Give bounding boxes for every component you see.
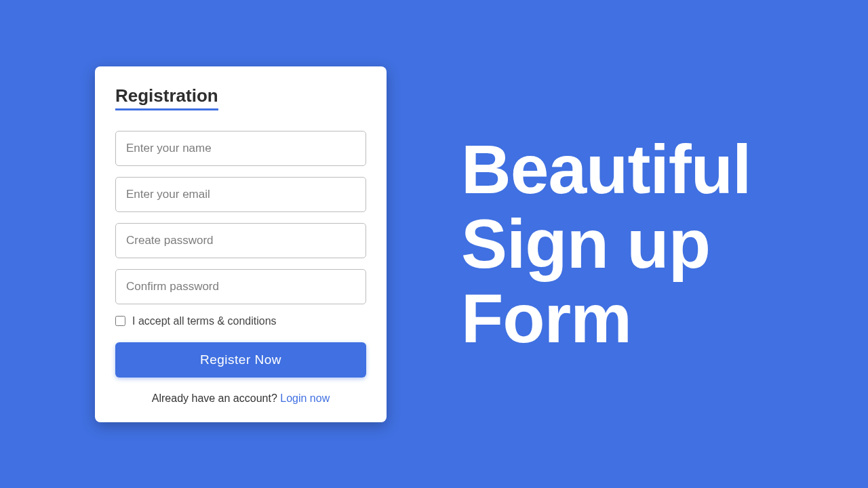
registration-card: Registration I accept all terms & condit… <box>95 66 387 422</box>
terms-row: I accept all terms & conditions <box>115 315 366 327</box>
register-button[interactable]: Register Now <box>115 342 366 378</box>
confirm-password-input[interactable] <box>115 269 366 304</box>
confirm-password-field-wrapper <box>115 269 366 304</box>
footer-prompt: Already have an account? <box>152 392 280 404</box>
terms-label[interactable]: I accept all terms & conditions <box>132 315 277 327</box>
terms-checkbox[interactable] <box>115 316 125 326</box>
hero-line-2: Sign up <box>461 205 710 283</box>
email-field-wrapper <box>115 177 366 212</box>
hero-heading: Beautiful Sign up Form <box>461 132 751 356</box>
hero-line-1: Beautiful <box>461 131 751 208</box>
password-field-wrapper <box>115 223 366 258</box>
name-input[interactable] <box>115 131 366 166</box>
hero-line-3: Form <box>461 280 631 357</box>
login-link[interactable]: Login now <box>280 392 330 404</box>
email-input[interactable] <box>115 177 366 212</box>
form-title: Registration <box>115 85 218 110</box>
password-input[interactable] <box>115 223 366 258</box>
name-field-wrapper <box>115 131 366 166</box>
footer-text: Already have an account? Login now <box>115 392 366 405</box>
